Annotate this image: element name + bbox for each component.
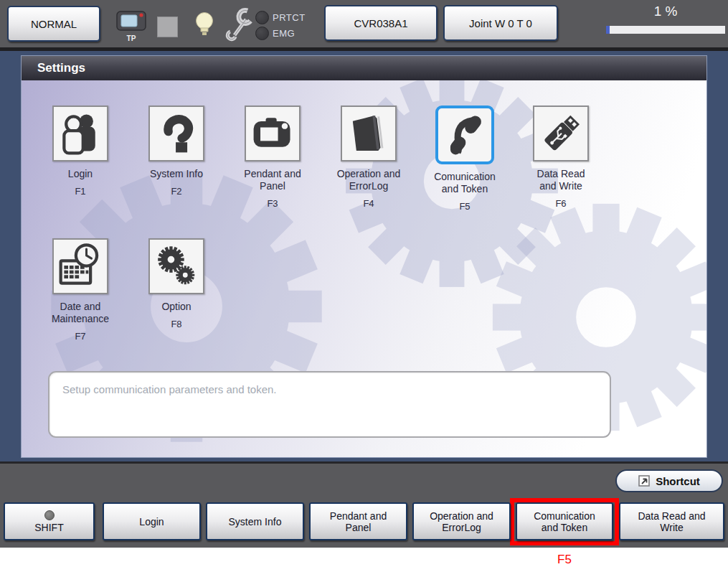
- item-label: Operation and: [321, 168, 417, 180]
- fkey-label2: Write: [660, 522, 683, 533]
- item-fkey: F4: [321, 198, 417, 209]
- prtct-led: [255, 11, 269, 24]
- shift-led-icon: [44, 510, 55, 520]
- item-label2: ErrorLog: [321, 180, 417, 192]
- fkey-label: SHIFT: [34, 522, 63, 533]
- settings-item-pendant-panel[interactable]: Pendant and Panel F3: [224, 106, 321, 209]
- usb-icon: [537, 110, 585, 157]
- item-label: Date and: [32, 301, 128, 313]
- wrench-icon: [225, 7, 255, 42]
- fkey-shift[interactable]: SHIFT: [4, 502, 95, 540]
- lamp-icon: [194, 11, 215, 39]
- description-text: Setup communication parameters and token…: [49, 372, 610, 395]
- comunication-token-tile[interactable]: [435, 106, 494, 164]
- shortcut-button[interactable]: Shortcut: [615, 469, 723, 492]
- pendant-icon: [249, 110, 296, 157]
- shortcut-label: Shortcut: [656, 475, 700, 487]
- fkey-label: Pendant and: [330, 510, 387, 522]
- option-tile[interactable]: [148, 238, 204, 294]
- item-label2: Panel: [224, 180, 321, 192]
- calendar-clock-icon: [57, 243, 104, 290]
- stop-square-icon: [157, 17, 178, 37]
- fkey-label: Login: [139, 516, 164, 528]
- shortcut-arrow-icon: [638, 475, 651, 487]
- fkey-label2: and Token: [542, 522, 587, 533]
- fkey-label: System Info: [229, 516, 282, 528]
- teach-pendant-icon: [115, 9, 147, 33]
- settings-item-data-read-write[interactable]: Data Read and Write F6: [513, 106, 609, 209]
- mode-button[interactable]: NORMAL: [7, 6, 100, 42]
- settings-item-option[interactable]: Option F8: [128, 238, 224, 329]
- fkey-label: Comunication: [534, 510, 595, 522]
- window-titlebar: Settings: [22, 56, 706, 80]
- fkey-label: Data Read and: [638, 510, 705, 522]
- pendant-panel-tile[interactable]: [245, 106, 301, 161]
- book-icon: [345, 110, 392, 157]
- emg-led: [255, 27, 269, 40]
- settings-item-login[interactable]: Login F1: [32, 106, 128, 197]
- settings-content: Login F1 System Info F2: [22, 80, 706, 457]
- fkey-system-info[interactable]: System Info: [206, 502, 304, 540]
- item-fkey: F1: [32, 186, 128, 197]
- item-fkey: F5: [417, 201, 513, 212]
- function-key-bar: Shortcut SHIFT Login System Info Pendant…: [0, 461, 728, 548]
- coordinate-mode-button[interactable]: Joint W 0 T 0: [443, 5, 558, 41]
- item-label2: and Write: [513, 180, 609, 192]
- fkey-label2: Panel: [346, 522, 372, 533]
- top-status-bar: NORMAL TP PRTCT: [0, 0, 728, 51]
- emg-label: EMG: [273, 28, 295, 39]
- settings-item-date-maintenance[interactable]: Date and Maintenance F7: [32, 238, 128, 342]
- operation-errorlog-tile[interactable]: [341, 106, 397, 161]
- item-fkey: F7: [32, 331, 128, 342]
- item-fkey: F3: [224, 198, 321, 209]
- robot-arm-icon: [153, 110, 200, 157]
- status-indicators: PRTCT EMG: [255, 11, 306, 42]
- settings-window: Settings: [22, 56, 706, 457]
- item-fkey: F2: [128, 186, 224, 197]
- fkey-pendant-panel[interactable]: Pendant and Panel: [309, 502, 407, 540]
- settings-item-comunication-token[interactable]: Comunication and Token F5: [417, 106, 513, 212]
- item-label2: and Token: [417, 183, 513, 195]
- item-label: Pendant and: [224, 168, 321, 180]
- item-label: Comunication: [417, 171, 513, 183]
- date-maintenance-tile[interactable]: [52, 238, 108, 294]
- item-label: Option: [128, 301, 224, 313]
- item-label: System Info: [128, 168, 224, 180]
- prtct-label: PRTCT: [273, 12, 306, 23]
- settings-item-system-info[interactable]: System Info F2: [128, 106, 224, 197]
- annotation-fkey-label: F5: [511, 553, 618, 567]
- fkey-data-read-write[interactable]: Data Read and Write: [619, 502, 724, 540]
- speed-display: 1 %: [606, 4, 725, 34]
- speed-progress-fill: [606, 26, 610, 34]
- speed-percent-text: 1 %: [606, 4, 725, 22]
- fkey-login[interactable]: Login: [103, 502, 201, 540]
- item-fkey: F8: [128, 319, 224, 329]
- fkey-label: Operation and: [430, 510, 493, 522]
- item-label: Login: [32, 168, 128, 180]
- speed-progressbar: [606, 26, 725, 34]
- fkey-operation-errorlog[interactable]: Operation and ErrorLog: [412, 502, 511, 540]
- description-box: Setup communication parameters and token…: [48, 371, 611, 438]
- data-read-write-tile[interactable]: [533, 106, 589, 161]
- gears-icon: [153, 243, 200, 290]
- program-name-button[interactable]: CVR038A1: [324, 5, 438, 41]
- annotation-strip: F5: [0, 548, 728, 572]
- workspace-background: Settings: [0, 51, 728, 461]
- login-tile[interactable]: [52, 106, 108, 161]
- item-label2: Maintenance: [32, 313, 128, 325]
- tp-label: TP: [115, 34, 148, 42]
- item-label: Data Read: [513, 168, 609, 180]
- item-fkey: F6: [513, 198, 609, 209]
- users-icon: [57, 110, 104, 157]
- window-title: Settings: [37, 61, 85, 75]
- teach-pendant-screen: NORMAL TP PRTCT: [0, 0, 728, 572]
- fkey-comunication-token[interactable]: Comunication and Token: [516, 502, 613, 540]
- settings-item-operation-errorlog[interactable]: Operation and ErrorLog F4: [321, 106, 417, 209]
- tp-status: TP: [115, 9, 148, 42]
- fkey-label2: ErrorLog: [442, 522, 481, 533]
- phone-icon: [442, 112, 488, 158]
- system-info-tile[interactable]: [148, 106, 204, 161]
